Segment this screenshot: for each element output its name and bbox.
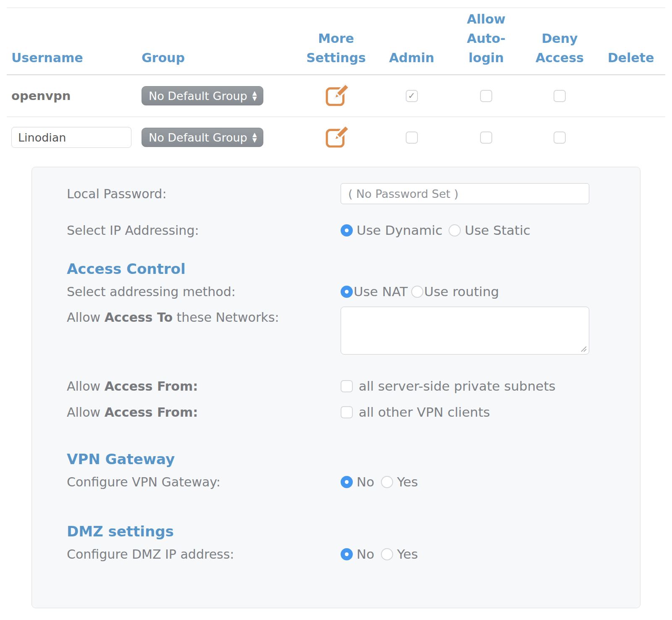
configure-vpn-gateway-label: Configure VPN Gateway: — [67, 475, 341, 489]
allow-autologin-checkbox[interactable]: ✓ — [480, 90, 492, 102]
col-header-delete: Delete — [596, 8, 665, 74]
access-from-label: Allow Access From: — [67, 405, 341, 420]
col-header-more-settings: More Settings — [298, 8, 374, 74]
dmz-yes-label: Yes — [397, 546, 418, 562]
dmz-no-radio[interactable] — [341, 548, 353, 560]
table-header-row: Username Group More Settings Admin Allow… — [7, 8, 665, 75]
more-settings-button[interactable] — [324, 84, 348, 108]
ip-addressing-label: Select IP Addressing: — [67, 223, 341, 238]
table-row: No Default Group ▲▼ ✓ — [7, 117, 665, 158]
access-from-clients-checkbox[interactable]: ✓ — [341, 406, 353, 418]
vpn-gateway-heading: VPN Gateway — [67, 450, 623, 468]
use-routing-radio[interactable] — [411, 286, 423, 298]
col-header-admin: Admin — [374, 8, 449, 74]
admin-checkbox[interactable]: ✓ — [406, 131, 418, 144]
user-settings-panel: Local Password: Select IP Addressing: Us… — [32, 167, 640, 608]
more-settings-button[interactable] — [324, 125, 348, 150]
col-header-deny-access: Deny Access — [523, 8, 596, 74]
configure-dmz-label: Configure DMZ IP address: — [67, 547, 341, 562]
vpn-gateway-no-label: No — [357, 474, 374, 489]
group-select-value: No Default Group — [149, 89, 247, 102]
deny-access-checkbox[interactable]: ✓ — [554, 131, 566, 144]
access-from-clients-label: all other VPN clients — [359, 405, 490, 420]
col-header-username: Username — [7, 8, 139, 74]
use-dynamic-label: Use Dynamic — [357, 223, 442, 238]
col-header-allow-autologin: Allow Auto- login — [449, 8, 523, 74]
group-select-value: No Default Group — [149, 131, 247, 144]
table-row: openvpn No Default Group ▲▼ — [7, 75, 665, 117]
addressing-method-label: Select addressing method: — [67, 284, 341, 299]
allow-autologin-checkbox[interactable]: ✓ — [480, 131, 492, 144]
admin-checkbox[interactable]: ✓ — [406, 90, 418, 102]
dmz-settings-heading: DMZ settings — [67, 522, 623, 541]
col-header-group: Group — [139, 8, 298, 74]
check-icon: ✓ — [408, 92, 415, 100]
edit-icon — [324, 125, 348, 150]
use-nat-label: Use NAT — [354, 284, 408, 299]
access-to-networks-label: Allow Access To these Networks: — [67, 307, 341, 325]
dmz-yes-radio[interactable] — [381, 548, 393, 560]
vpn-gateway-no-radio[interactable] — [341, 476, 353, 488]
access-to-networks-textarea[interactable] — [341, 307, 589, 355]
vpn-gateway-yes-label: Yes — [397, 474, 418, 489]
user-permissions-table: Username Group More Settings Admin Allow… — [7, 8, 665, 158]
select-arrows-icon: ▲▼ — [252, 90, 257, 101]
deny-access-checkbox[interactable]: ✓ — [554, 90, 566, 102]
access-control-heading: Access Control — [67, 260, 623, 278]
use-dynamic-radio[interactable] — [341, 224, 353, 236]
select-arrows-icon: ▲▼ — [252, 132, 257, 143]
vpn-gateway-yes-radio[interactable] — [381, 476, 393, 488]
use-nat-radio[interactable] — [341, 286, 353, 298]
use-static-label: Use Static — [465, 223, 530, 238]
local-password-input[interactable] — [341, 183, 589, 204]
username-text: openvpn — [11, 89, 71, 103]
group-select[interactable]: No Default Group ▲▼ — [142, 128, 263, 147]
access-from-label: Allow Access From: — [67, 379, 341, 394]
dmz-no-label: No — [357, 546, 374, 562]
use-routing-label: Use routing — [424, 284, 499, 299]
access-from-subnets-label: all server-side private subnets — [359, 378, 556, 394]
local-password-label: Local Password: — [67, 187, 341, 201]
edit-icon — [324, 84, 348, 108]
username-input[interactable] — [11, 127, 131, 148]
group-select[interactable]: No Default Group ▲▼ — [142, 86, 263, 105]
access-from-subnets-checkbox[interactable]: ✓ — [341, 380, 353, 392]
use-static-radio[interactable] — [449, 224, 461, 236]
